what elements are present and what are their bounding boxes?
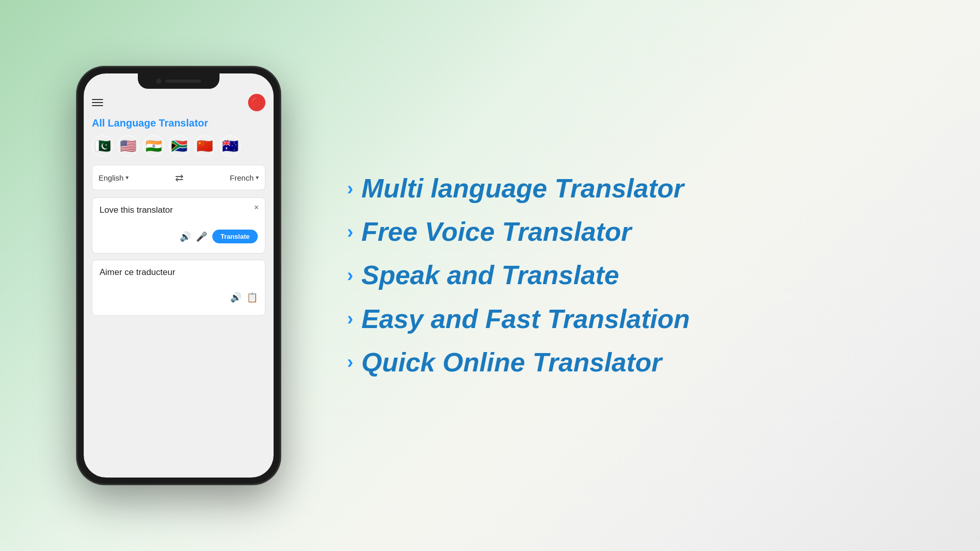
phone-container: 🚫 All Language Translator 🇵🇰 🇺🇸 🇮🇳 🇿🇦 🇨🇳… xyxy=(71,56,286,495)
source-text[interactable]: Love this translator xyxy=(100,205,258,215)
output-actions: 🔊 📋 xyxy=(100,292,258,303)
source-chevron-icon: ▾ xyxy=(126,174,129,181)
feature-item-4: › Easy and Fast Translation xyxy=(347,305,939,334)
clear-input-button[interactable]: × xyxy=(254,203,259,212)
feature-item-2: › Free Voice Translator xyxy=(347,217,939,246)
output-box: Aimer ce traducteur 🔊 📋 xyxy=(92,260,265,316)
phone-frame: 🚫 All Language Translator 🇵🇰 🇺🇸 🇮🇳 🇿🇦 🇨🇳… xyxy=(77,66,281,485)
left-section: 🚫 All Language Translator 🇵🇰 🇺🇸 🇮🇳 🇿🇦 🇨🇳… xyxy=(0,0,327,551)
app-header: 🚫 xyxy=(92,94,265,111)
feature-text-4: Easy and Fast Translation xyxy=(361,305,690,334)
feature-text-3: Speak and Translate xyxy=(361,261,619,290)
phone-screen: 🚫 All Language Translator 🇵🇰 🇺🇸 🇮🇳 🇿🇦 🇨🇳… xyxy=(84,73,274,478)
translate-button[interactable]: Translate xyxy=(212,230,258,243)
feature-list: › Multi language Translator › Free Voice… xyxy=(347,174,939,377)
chevron-icon-1: › xyxy=(347,180,353,198)
screen-content: 🚫 All Language Translator 🇵🇰 🇺🇸 🇮🇳 🇿🇦 🇨🇳… xyxy=(84,73,274,478)
output-volume-icon[interactable]: 🔊 xyxy=(230,292,241,303)
right-section: › Multi language Translator › Free Voice… xyxy=(327,143,980,408)
source-language-label: English xyxy=(99,173,124,182)
mic-icon[interactable]: 🎤 xyxy=(196,231,207,242)
flag-usa[interactable]: 🇺🇸 xyxy=(117,135,139,157)
target-chevron-icon: ▾ xyxy=(256,174,259,181)
swap-icon: ⇄ xyxy=(175,171,184,184)
target-language-label: French xyxy=(230,173,254,182)
close-icon: × xyxy=(254,203,259,212)
no-ads-icon[interactable]: 🚫 xyxy=(248,94,265,111)
phone-notch xyxy=(138,73,219,89)
chevron-icon-4: › xyxy=(347,310,353,328)
flag-pakistan[interactable]: 🇵🇰 xyxy=(92,135,113,157)
flag-south-africa[interactable]: 🇿🇦 xyxy=(168,135,190,157)
feature-item-5: › Quick Online Translator xyxy=(347,348,939,377)
feature-item-1: › Multi language Translator xyxy=(347,174,939,203)
chevron-icon-3: › xyxy=(347,266,353,285)
target-language-button[interactable]: French ▾ xyxy=(230,173,259,182)
flag-india[interactable]: 🇮🇳 xyxy=(143,135,164,157)
app-title: All Language Translator xyxy=(92,117,265,129)
feature-text-1: Multi language Translator xyxy=(361,174,684,203)
menu-icon[interactable] xyxy=(92,99,103,106)
flag-china[interactable]: 🇨🇳 xyxy=(194,135,215,157)
translated-text: Aimer ce traducteur xyxy=(100,267,258,278)
feature-item-3: › Speak and Translate xyxy=(347,261,939,290)
source-language-button[interactable]: English ▾ xyxy=(99,173,129,182)
notch-line xyxy=(165,80,201,83)
flag-australia[interactable]: 🇦🇺 xyxy=(219,135,241,157)
input-actions: 🔊 🎤 Translate xyxy=(100,230,258,243)
swap-languages-button[interactable]: ⇄ xyxy=(171,169,187,186)
feature-text-2: Free Voice Translator xyxy=(361,217,631,246)
volume-icon[interactable]: 🔊 xyxy=(180,231,191,242)
chevron-icon-2: › xyxy=(347,223,353,241)
copy-icon[interactable]: 📋 xyxy=(247,292,258,303)
notch-dot xyxy=(156,79,161,84)
input-box: Love this translator × 🔊 🎤 Translate xyxy=(92,197,265,254)
feature-text-5: Quick Online Translator xyxy=(361,348,662,377)
chevron-icon-5: › xyxy=(347,353,353,371)
language-selector: English ▾ ⇄ French ▾ xyxy=(92,165,265,190)
flag-row: 🇵🇰 🇺🇸 🇮🇳 🇿🇦 🇨🇳 🇦🇺 xyxy=(92,135,265,157)
